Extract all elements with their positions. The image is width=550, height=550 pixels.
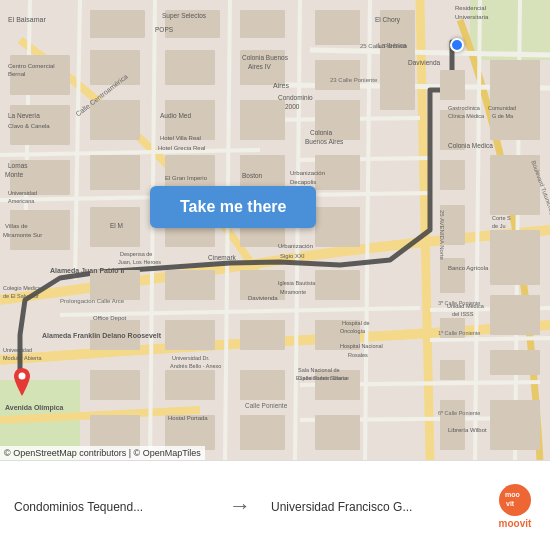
- route-to: Universidad Francisco G...: [257, 487, 480, 524]
- svg-text:Colonia Medica: Colonia Medica: [448, 142, 493, 149]
- svg-text:Comunidad: Comunidad: [488, 105, 516, 111]
- svg-text:Condominio: Condominio: [278, 94, 313, 101]
- svg-text:Modular Abierta: Modular Abierta: [3, 355, 42, 361]
- route-to-name: Universidad Francisco G...: [271, 500, 466, 514]
- map-container: El Balsamar Super Selectos POPS El Chory…: [0, 0, 550, 460]
- map-attribution: © OpenStreetMap contributors | © OpenMap…: [0, 446, 205, 460]
- svg-text:Banco Agrícola: Banco Agrícola: [448, 265, 489, 271]
- svg-text:2000: 2000: [285, 103, 300, 110]
- svg-text:25 Calle Poniente: 25 Calle Poniente: [360, 43, 408, 49]
- svg-text:3ª Calle Poniente: 3ª Calle Poniente: [438, 300, 480, 306]
- svg-text:Office Depot: Office Depot: [93, 315, 127, 321]
- svg-text:Sala Nacional de: Sala Nacional de: [298, 367, 340, 373]
- svg-text:La Nevería: La Nevería: [8, 112, 40, 119]
- svg-rect-9: [315, 10, 360, 45]
- svg-text:Hotel Grecia Real: Hotel Grecia Real: [158, 145, 205, 151]
- svg-text:Hospital Nacional: Hospital Nacional: [340, 343, 383, 349]
- svg-text:vit: vit: [506, 500, 515, 507]
- svg-text:Urbanización: Urbanización: [290, 170, 325, 176]
- svg-rect-34: [90, 270, 140, 300]
- svg-text:Boston: Boston: [242, 172, 263, 179]
- svg-text:Andrés Bello - Anexo: Andrés Bello - Anexo: [170, 363, 221, 369]
- svg-text:Hospital de: Hospital de: [342, 320, 370, 326]
- svg-text:El Balsamar: El Balsamar: [8, 16, 46, 23]
- svg-rect-35: [165, 270, 215, 300]
- svg-text:Villas de: Villas de: [5, 223, 28, 229]
- svg-text:Super Selectos: Super Selectos: [162, 12, 207, 20]
- svg-rect-48: [240, 370, 285, 400]
- svg-text:Prolongacion Calle Arce: Prolongacion Calle Arce: [60, 298, 125, 304]
- svg-text:1ª Calle Poniente: 1ª Calle Poniente: [438, 330, 480, 336]
- svg-rect-24: [490, 60, 540, 140]
- svg-text:El M: El M: [110, 222, 123, 229]
- svg-rect-7: [165, 50, 215, 85]
- svg-text:Miramonte: Miramonte: [280, 289, 306, 295]
- svg-rect-19: [90, 155, 140, 190]
- route-from-name: Condominios Tequend...: [14, 500, 209, 514]
- svg-text:Hostal Portada: Hostal Portada: [168, 415, 208, 421]
- svg-text:Buenos Aires: Buenos Aires: [305, 138, 344, 145]
- svg-text:Davivienda: Davivienda: [408, 59, 441, 66]
- svg-text:G de Ma: G de Ma: [492, 113, 514, 119]
- svg-rect-56: [490, 400, 540, 450]
- svg-rect-41: [165, 320, 215, 350]
- svg-text:Despensa de: Despensa de: [120, 251, 152, 257]
- moovit-logo-icon: moo vit: [497, 482, 533, 518]
- svg-text:23 Calle Poniente: 23 Calle Poniente: [330, 77, 378, 83]
- svg-text:Avenida Olímpica: Avenida Olímpica: [5, 404, 64, 412]
- svg-text:6ª Calle Poniente: 6ª Calle Poniente: [438, 410, 480, 416]
- svg-text:Librería Wilbot: Librería Wilbot: [448, 427, 487, 433]
- svg-rect-13: [165, 100, 215, 140]
- svg-text:Monte: Monte: [5, 171, 23, 178]
- route-from: Condominios Tequend...: [0, 487, 223, 524]
- svg-rect-38: [440, 258, 465, 293]
- svg-text:de Ju: de Ju: [492, 223, 505, 229]
- svg-text:Bernal: Bernal: [8, 71, 25, 77]
- svg-text:Colegio Medico: Colegio Medico: [3, 285, 41, 291]
- svg-text:25 AVENIDA Norte: 25 AVENIDA Norte: [439, 210, 445, 261]
- svg-text:Colonia Buenos: Colonia Buenos: [242, 54, 289, 61]
- svg-text:Urbanización: Urbanización: [278, 243, 313, 249]
- svg-rect-50: [440, 360, 465, 380]
- svg-text:Clínica Médica: Clínica Médica: [448, 113, 485, 119]
- svg-text:El Gran Imperio: El Gran Imperio: [165, 175, 208, 181]
- svg-text:Universidad: Universidad: [3, 347, 32, 353]
- svg-rect-14: [240, 100, 285, 140]
- svg-text:Centro Comercial: Centro Comercial: [8, 63, 55, 69]
- svg-rect-55: [440, 400, 465, 450]
- svg-text:Universitaria: Universitaria: [455, 14, 489, 20]
- svg-text:Calle Rubén Darío: Calle Rubén Darío: [298, 375, 348, 381]
- svg-text:Corte S: Corte S: [492, 215, 511, 221]
- svg-rect-45: [490, 350, 540, 375]
- svg-rect-12: [90, 100, 140, 140]
- take-me-there-button[interactable]: Take me there: [150, 186, 316, 228]
- svg-text:Aires IV: Aires IV: [248, 63, 271, 70]
- svg-rect-31: [315, 207, 360, 247]
- svg-rect-47: [165, 370, 215, 400]
- svg-text:Americana: Americana: [8, 198, 35, 204]
- svg-text:Cinemark: Cinemark: [208, 254, 237, 261]
- svg-rect-37: [315, 270, 360, 300]
- svg-text:Decapolis: Decapolis: [290, 179, 316, 185]
- svg-text:Rosales: Rosales: [348, 352, 368, 358]
- svg-point-139: [19, 373, 26, 380]
- svg-rect-33: [490, 230, 540, 285]
- svg-text:Aires: Aires: [273, 82, 289, 89]
- moovit-text: moovit: [499, 518, 532, 529]
- svg-text:Davivienda: Davivienda: [248, 295, 278, 301]
- svg-text:Audio Med: Audio Med: [160, 112, 191, 119]
- svg-text:El Chory: El Chory: [375, 16, 401, 24]
- moovit-logo: moo vit moovit: [480, 474, 550, 537]
- svg-text:Lomas: Lomas: [8, 162, 28, 169]
- svg-text:de El Salvador: de El Salvador: [3, 293, 39, 299]
- svg-text:Alameda Franklin Delano Roosev: Alameda Franklin Delano Roosevelt: [42, 332, 162, 339]
- svg-text:Universidad Dr.: Universidad Dr.: [172, 355, 210, 361]
- svg-text:Hotel Villa Real: Hotel Villa Real: [160, 135, 201, 141]
- svg-text:Residencial: Residencial: [455, 5, 486, 11]
- svg-rect-46: [90, 370, 140, 400]
- svg-text:del ISSS: del ISSS: [452, 311, 474, 317]
- svg-text:Juan, Los Heroes: Juan, Los Heroes: [118, 259, 161, 265]
- svg-text:Colonia: Colonia: [310, 129, 332, 136]
- svg-text:Calle Poniente: Calle Poniente: [245, 402, 288, 409]
- svg-rect-42: [240, 320, 285, 350]
